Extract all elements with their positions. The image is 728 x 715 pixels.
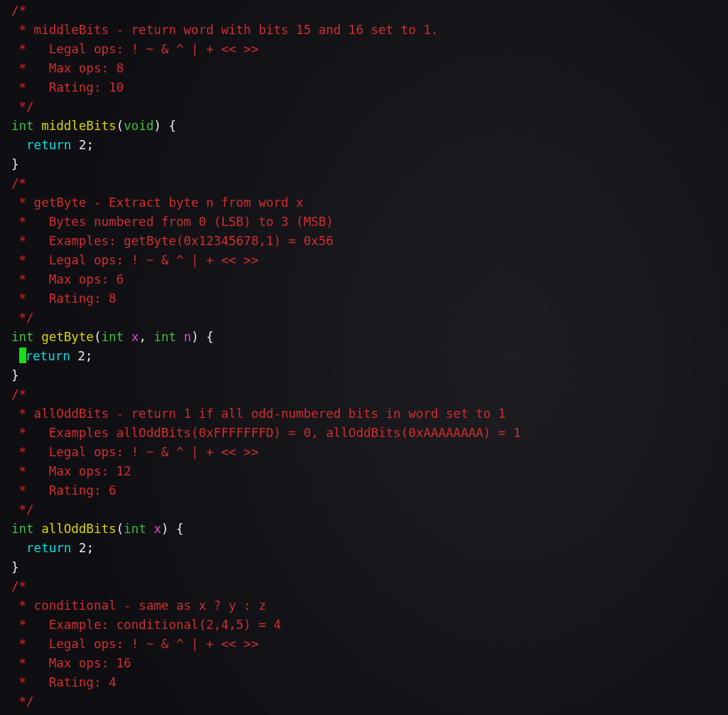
comment-line: /* (11, 4, 26, 18)
comment-line: * Examples allOddBits(0xFFFFFFFD) = 0, a… (11, 426, 520, 440)
comment-line: * Max ops: 12 (11, 464, 132, 478)
return-keyword: return (26, 138, 71, 152)
semicolon: ; (86, 138, 94, 152)
return-keyword: return (26, 349, 70, 363)
arg-name: x (154, 522, 161, 536)
comment-line: */ (11, 694, 34, 709)
function-name: allOddBits (41, 522, 116, 536)
type-keyword: void (124, 119, 154, 133)
semicolon: ; (85, 349, 93, 363)
paren-brace: ) { (154, 119, 176, 133)
comment-line: */ (11, 311, 34, 325)
comment-line: * Legal ops: ! ~ & ^ | + << >> (11, 42, 259, 56)
comment-line: /* (11, 387, 26, 402)
comma: , (139, 330, 154, 344)
comment-line: * Max ops: 8 (11, 61, 124, 75)
comment-line: * Bytes numbered from 0 (LSB) to 3 (MSB) (11, 215, 333, 229)
type-keyword: int (124, 522, 146, 536)
close-brace: } (11, 157, 19, 171)
comment-line: /* (11, 176, 26, 190)
comment-line: * Rating: 10 (11, 80, 124, 95)
comment-line: /* (11, 579, 26, 593)
comment-line: * getByte - Extract byte n from word x (11, 195, 304, 210)
comment-line: * Examples: getByte(0x12345678,1) = 0x56 (11, 234, 333, 248)
type-keyword: int (154, 330, 176, 344)
comment-line: * Rating: 8 (11, 291, 117, 306)
comment-line: * Rating: 6 (11, 483, 117, 498)
paren: ( (117, 522, 124, 536)
number-literal: 2 (71, 138, 86, 152)
type-keyword: int (11, 119, 34, 133)
code-editor-viewport[interactable]: /* * middleBits - return word with bits … (0, 0, 728, 715)
type-keyword: int (11, 330, 34, 344)
function-name: middleBits (41, 119, 116, 133)
type-keyword: int (101, 330, 124, 344)
close-brace: } (11, 368, 19, 382)
paren: ( (117, 119, 124, 133)
comment-line: * allOddBits - return 1 if all odd-numbe… (11, 407, 505, 421)
number-literal: 2 (70, 349, 85, 363)
comment-line: * Rating: 4 (11, 675, 117, 689)
comment-line: * Legal ops: ! ~ & ^ | + << >> (11, 445, 259, 459)
comment-line: * Example: conditional(2,4,5) = 4 (11, 618, 281, 632)
type-keyword: int (11, 522, 34, 536)
paren-brace: ) { (191, 330, 214, 344)
comment-line: */ (11, 100, 34, 114)
comment-line: */ (11, 502, 34, 517)
comment-line: * Max ops: 6 (11, 272, 124, 286)
function-name: getByte (41, 330, 94, 344)
comment-line: * Legal ops: ! ~ & ^ | + << >> (11, 253, 259, 267)
arg-name: n (183, 330, 191, 344)
comment-line: * conditional - same as x ? y : z (11, 598, 266, 613)
comment-line: * Max ops: 16 (11, 656, 132, 670)
return-keyword: return (26, 541, 71, 555)
close-brace: } (11, 560, 19, 574)
semicolon: ; (86, 541, 94, 555)
number-literal: 2 (71, 541, 86, 555)
paren-brace: ) { (161, 522, 184, 536)
comment-line: * Legal ops: ! ~ & ^ | + << >> (11, 637, 259, 651)
arg-name: x (132, 330, 139, 344)
comment-line: * middleBits - return word with bits 15 … (11, 23, 439, 37)
paren: ( (94, 330, 102, 344)
